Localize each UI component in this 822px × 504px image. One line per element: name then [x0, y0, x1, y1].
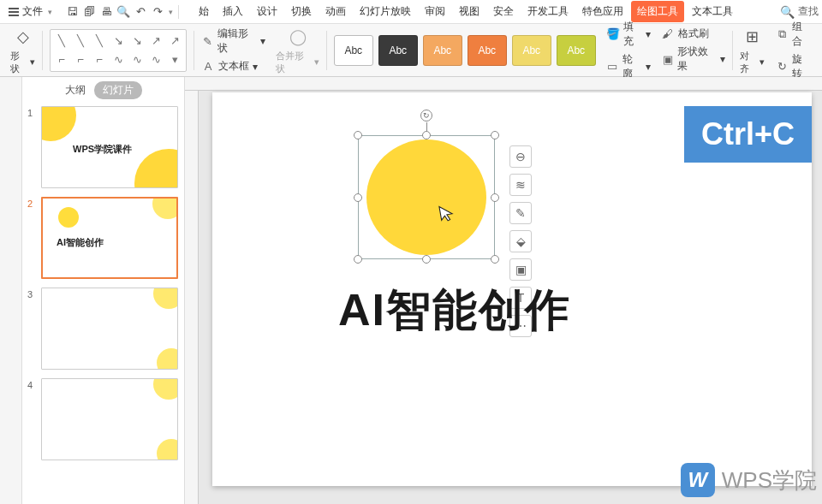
group-button[interactable]: ⧉ 组合 [775, 20, 812, 49]
align-icon: ⊞ [742, 26, 764, 48]
tab-slideshow[interactable]: 幻灯片放映 [354, 1, 417, 22]
fill-button[interactable]: 🪣 填充▾ [606, 20, 651, 49]
shortcut-hint: Ctrl+C [684, 106, 812, 163]
rotate-icon: ↻ [775, 60, 788, 74]
slide-thumb[interactable]: 3 [27, 288, 179, 370]
tab-review[interactable]: 审阅 [419, 1, 451, 22]
redo-icon[interactable]: ↷ [150, 4, 165, 20]
resize-handle[interactable] [354, 255, 362, 264]
line-icon[interactable]: ╲ [91, 33, 108, 50]
tab-devtools[interactable]: 开发工具 [521, 1, 575, 22]
curve-icon[interactable]: ∿ [110, 51, 127, 68]
slide-thumb[interactable]: 2 AI智能创作 [27, 197, 179, 279]
slide-canvas[interactable]: ↻ ⊖ ≋ ✎ ⬙ ▣ T ⋯ AI智 [212, 92, 812, 486]
line-icon[interactable]: ↗ [147, 33, 164, 50]
resize-handle[interactable] [354, 131, 362, 139]
tab-start[interactable]: 始 [193, 1, 215, 22]
slides-tab[interactable]: 幻灯片 [94, 81, 142, 99]
line-icon[interactable]: ↘ [110, 33, 127, 50]
file-label: 文件 [22, 4, 43, 19]
resize-handle[interactable] [422, 131, 431, 139]
collapse-icon[interactable]: ⊖ [509, 145, 532, 168]
save-icon[interactable]: 🖫 [64, 4, 80, 20]
selection-outline [358, 135, 495, 259]
qat-more-icon[interactable]: ▾ [169, 8, 173, 16]
file-menu[interactable]: 文件 ▾ [3, 4, 57, 19]
style-swatch[interactable]: Abc [378, 35, 418, 66]
slide-thumb[interactable]: 4 [27, 378, 179, 460]
gallery-more-icon[interactable]: ▾ [166, 51, 183, 68]
tab-animation[interactable]: 动画 [319, 1, 352, 22]
thumbnail-list[interactable]: 1 WPS学院课件 2 AI智能创作 3 4 [22, 103, 184, 504]
group-label: 组合 [792, 20, 812, 49]
line-icon[interactable]: ╲ [53, 33, 70, 50]
merge-shape-icon: ◯ [287, 26, 309, 48]
style-swatch[interactable]: Abc [512, 35, 551, 66]
resize-handle[interactable] [422, 255, 431, 264]
text-box-button[interactable]: A 文本框▾ [201, 59, 265, 74]
tab-transition[interactable]: 切换 [285, 1, 318, 22]
line-icon[interactable]: ╲ [72, 33, 89, 50]
rotate-handle[interactable]: ↻ [420, 110, 432, 122]
tab-text-tools[interactable]: 文本工具 [686, 1, 739, 22]
resize-handle[interactable] [354, 193, 362, 202]
pen-icon[interactable]: ✎ [509, 202, 532, 224]
shapes-label: 形状 [10, 50, 28, 75]
shape-effect-icon: ▣ [661, 52, 674, 66]
canvas-area[interactable]: ↻ ⊖ ≋ ✎ ⬙ ▣ T ⋯ AI智 [185, 77, 822, 504]
layers-icon[interactable]: ≋ [509, 174, 532, 196]
undo-icon[interactable]: ↶ [133, 4, 148, 20]
edit-shape-label: 编辑形状 [217, 27, 257, 56]
shapes-icon: ◇ [12, 26, 34, 48]
slide-title-text[interactable]: AI智能创作 [338, 281, 571, 341]
selected-shape[interactable]: ↻ [358, 135, 495, 259]
slide-number: 4 [27, 378, 36, 460]
workspace: 大纲 幻灯片 1 WPS学院课件 2 AI智能创作 3 [0, 77, 822, 504]
preview-icon[interactable]: 🔍 [116, 4, 131, 20]
shape-effect-label: 形状效果 [677, 44, 717, 74]
line-gallery[interactable]: ╲ ╲ ╲ ↘ ↘ ↗ ↗ ⌐ ⌐ ⌐ ∿ ∿ ∿ ▾ [50, 29, 187, 72]
slide-number: 2 [27, 197, 36, 279]
print-icon[interactable]: 🖶 [98, 4, 114, 20]
tab-design[interactable]: 设计 [251, 1, 283, 22]
tab-insert[interactable]: 插入 [217, 1, 249, 22]
bucket-icon[interactable]: ⬙ [509, 230, 532, 252]
format-painter-button[interactable]: 🖌 格式刷 [661, 27, 725, 41]
curve-icon[interactable]: ∿ [147, 51, 164, 68]
shape-effect-button[interactable]: ▣ 形状效果▾ [661, 44, 725, 74]
shapes-button[interactable]: ◇ 形状▾ [10, 26, 35, 75]
style-swatch[interactable]: Abc [468, 35, 507, 66]
connector-icon[interactable]: ⌐ [91, 51, 108, 68]
save-as-icon[interactable]: 🗐 [81, 4, 97, 20]
slide-number: 3 [27, 288, 36, 370]
resize-handle[interactable] [491, 193, 499, 202]
tab-view[interactable]: 视图 [453, 1, 485, 22]
line-icon[interactable]: ↗ [166, 33, 183, 50]
picture-icon[interactable]: ▣ [509, 258, 532, 281]
resize-handle[interactable] [491, 255, 499, 264]
style-swatch[interactable]: Abc [423, 35, 462, 66]
separator [178, 5, 179, 19]
left-gutter [0, 77, 22, 504]
connector-icon[interactable]: ⌐ [53, 51, 70, 68]
align-label: 对齐 [740, 50, 758, 75]
ribbon-tabs: 始 插入 设计 切换 动画 幻灯片放映 审阅 视图 安全 开发工具 特色应用 绘… [193, 1, 739, 22]
line-icon[interactable]: ↘ [128, 33, 146, 50]
search-label: 查找 [798, 4, 819, 19]
merge-shape-button[interactable]: ◯ 合并形状▾ [276, 26, 319, 75]
thumb-title: AI智能创作 [57, 236, 104, 249]
style-swatch[interactable]: Abc [557, 35, 596, 66]
slide-thumb[interactable]: 1 WPS学院课件 [27, 106, 179, 188]
align-button[interactable]: ⊞ 对齐▾ [740, 26, 765, 75]
outline-tab[interactable]: 大纲 [65, 83, 86, 98]
format-painter-icon: 🖌 [661, 27, 675, 41]
search-box[interactable]: 🔍 查找 [780, 4, 819, 19]
watermark: W WPS学院 [681, 463, 817, 497]
style-swatch[interactable]: Abc [334, 35, 373, 66]
tab-security[interactable]: 安全 [487, 1, 520, 22]
curve-icon[interactable]: ∿ [128, 51, 146, 68]
wps-logo-icon: W [681, 463, 715, 497]
resize-handle[interactable] [491, 131, 499, 139]
edit-shape-button[interactable]: ✎ 编辑形状▾ [201, 27, 265, 56]
connector-icon[interactable]: ⌐ [72, 51, 89, 68]
